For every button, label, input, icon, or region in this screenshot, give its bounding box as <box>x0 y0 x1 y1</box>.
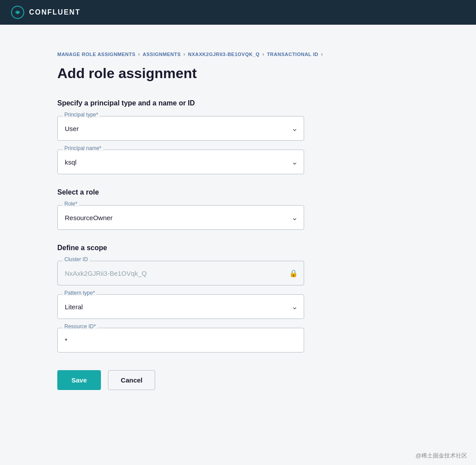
main-content: MANAGE ROLE ASSIGNMENTS › ASSIGNMENTS › … <box>40 25 436 416</box>
breadcrumb: MANAGE ROLE ASSIGNMENTS › ASSIGNMENTS › … <box>57 51 419 57</box>
breadcrumb-manage-role[interactable]: MANAGE ROLE ASSIGNMENTS <box>57 52 135 57</box>
breadcrumb-sep-3: › <box>262 51 264 57</box>
principal-name-select-container[interactable]: ksql ⌄ <box>57 150 304 174</box>
navbar: CONFLUENT <box>0 0 476 25</box>
logo[interactable]: CONFLUENT <box>11 5 81 19</box>
breadcrumb-transactional-id[interactable]: TRANSACTIONAL ID <box>267 52 319 57</box>
breadcrumb-sep-1: › <box>138 51 140 57</box>
role-section-title: Select a role <box>57 188 419 196</box>
confluent-logo-icon <box>11 5 25 19</box>
cancel-button[interactable]: Cancel <box>108 370 155 390</box>
role-wrapper: Role* ResourceOwner ⌄ <box>57 205 419 230</box>
cluster-id-container: 🔒 <box>57 261 304 285</box>
breadcrumb-sep-2: › <box>183 51 186 57</box>
role-section: Select a role Role* ResourceOwner ⌄ <box>57 188 419 230</box>
principal-type-select-container[interactable]: User ⌄ <box>57 116 304 141</box>
principal-section-title: Specify a principal type and a name or I… <box>57 99 419 107</box>
scope-section-title: Define a scope <box>57 244 419 252</box>
principal-section: Specify a principal type and a name or I… <box>57 99 419 174</box>
save-button[interactable]: Save <box>57 370 101 390</box>
lock-icon: 🔒 <box>289 269 298 278</box>
navbar-logo-text: CONFLUENT <box>29 8 81 16</box>
role-select-container[interactable]: ResourceOwner ⌄ <box>57 205 304 230</box>
pattern-type-select-container[interactable]: Literal ⌄ <box>57 294 304 319</box>
scope-section: Define a scope Cluster ID 🔒 Pattern type… <box>57 244 419 352</box>
resource-id-wrapper: Resource ID* <box>57 328 419 352</box>
page-title: Add role assignment <box>57 65 419 82</box>
principal-type-wrapper: Principal type* User ⌄ <box>57 116 419 141</box>
principal-name-wrapper: Principal name* ksql ⌄ <box>57 150 419 174</box>
breadcrumb-sep-4: › <box>321 51 323 57</box>
resource-id-container[interactable] <box>57 328 304 352</box>
breadcrumb-cluster-id[interactable]: NXAXK2GJRII3-BE1OVQK_Q <box>188 52 260 57</box>
principal-type-select[interactable]: User <box>57 116 304 141</box>
pattern-type-select[interactable]: Literal <box>57 294 304 319</box>
watermark: @稀土掘金技术社区 <box>416 452 467 460</box>
role-select[interactable]: ResourceOwner <box>57 205 304 230</box>
button-row: Save Cancel <box>57 370 419 390</box>
cluster-id-wrapper: Cluster ID 🔒 <box>57 261 419 285</box>
principal-name-select[interactable]: ksql <box>57 150 304 174</box>
cluster-id-input <box>57 261 304 285</box>
svg-point-1 <box>16 11 19 14</box>
resource-id-input[interactable] <box>57 328 304 352</box>
pattern-type-wrapper: Pattern type* Literal ⌄ <box>57 294 419 319</box>
breadcrumb-assignments[interactable]: ASSIGNMENTS <box>143 52 181 57</box>
